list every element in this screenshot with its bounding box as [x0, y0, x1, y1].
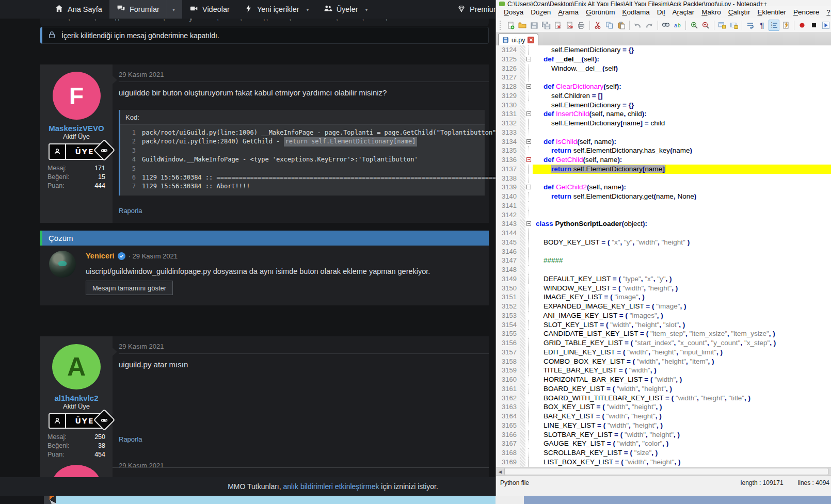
- username-link[interactable]: Yeniceri: [86, 252, 115, 260]
- editor-line[interactable]: 3128 def ClearDictionary(self):: [496, 82, 831, 91]
- bookmark-margin[interactable]: [520, 284, 525, 293]
- scrollbar-thumb[interactable]: [504, 468, 828, 475]
- print-icon[interactable]: [576, 20, 587, 31]
- bookmark-margin[interactable]: [520, 91, 525, 101]
- editor-line[interactable]: 3161 BOARD_KEY_LIST = ( "width", "height…: [496, 384, 831, 394]
- bookmark-margin[interactable]: [520, 394, 525, 403]
- bookmark-margin[interactable]: [520, 430, 525, 440]
- bookmark-margin[interactable]: [520, 292, 525, 302]
- editor-line[interactable]: 3156 GRID_TABLE_KEY_LIST = ( "start_inde…: [496, 338, 831, 348]
- chevron-down-icon[interactable]: ▾: [307, 0, 309, 19]
- bookmark-margin[interactable]: [520, 45, 525, 55]
- menu-aralar[interactable]: Araçlar: [668, 7, 698, 17]
- bookmark-margin[interactable]: [520, 146, 525, 155]
- avatar[interactable]: A: [52, 344, 101, 389]
- avatar[interactable]: [49, 251, 76, 278]
- find-icon[interactable]: [661, 20, 672, 31]
- bookmark-margin[interactable]: [520, 247, 525, 256]
- bookmark-margin[interactable]: [520, 82, 525, 91]
- bookmark-margin[interactable]: [520, 201, 525, 210]
- replace-icon[interactable]: ab: [672, 20, 683, 31]
- editor-line[interactable]: 3146: [496, 247, 831, 256]
- editor-line[interactable]: 3153 ANI_IMAGE_KEY_LIST = ( "images", ): [496, 311, 831, 320]
- avatar[interactable]: F: [53, 72, 101, 120]
- editor-line[interactable]: 3166 SLOTBAR_KEY_LIST = ( "width", "heig…: [496, 430, 831, 440]
- bookmark-margin[interactable]: [520, 366, 525, 375]
- chevron-down-icon[interactable]: ▾: [167, 0, 175, 19]
- fold-marker-icon[interactable]: [525, 109, 533, 119]
- bookmark-margin[interactable]: [520, 119, 525, 128]
- editor-line[interactable]: 3160 HORIZONTAL_BAR_KEY_LIST = ( "width"…: [496, 375, 831, 384]
- menu-dil[interactable]: Dil: [653, 7, 669, 17]
- bookmark-margin[interactable]: [520, 338, 525, 348]
- bookmark-margin[interactable]: [520, 421, 525, 430]
- editor-line[interactable]: 3159 TITLE_BAR_KEY_LIST = ( "width", ): [496, 366, 831, 375]
- save-all-icon[interactable]: [540, 20, 551, 31]
- new-file-icon[interactable]: [505, 20, 516, 31]
- nav-item-forums[interactable]: Forumlar▾: [109, 0, 182, 19]
- editor-line[interactable]: 3165 LINE_KEY_LIST = ( "width", "height"…: [496, 421, 831, 430]
- editor-line[interactable]: 3140 return self.ElementDictionary.get(n…: [496, 192, 831, 201]
- zoom-in-icon[interactable]: [689, 20, 699, 31]
- bookmark-margin[interactable]: [520, 64, 525, 73]
- bookmark-margin[interactable]: [520, 128, 525, 137]
- bookmark-margin[interactable]: [520, 192, 525, 201]
- editor-line[interactable]: 3148: [496, 265, 831, 274]
- copy-icon[interactable]: [604, 20, 615, 31]
- code-editor[interactable]: 3124 self.ElementDictionary = {}3125 def…: [496, 45, 831, 467]
- macro-record-icon[interactable]: [797, 20, 808, 31]
- editor-line[interactable]: 3157 EDIT_LINE_KEY_LIST = ( "width", "he…: [496, 348, 831, 357]
- bookmark-margin[interactable]: [520, 302, 525, 311]
- bookmark-margin[interactable]: [520, 155, 525, 165]
- bookmark-margin[interactable]: [520, 402, 525, 412]
- menu-dzen[interactable]: Düzen: [527, 7, 554, 17]
- editor-line[interactable]: 3150 WINDOW_KEY_LIST = ( "width", "heigh…: [496, 284, 831, 293]
- editor-line[interactable]: 3162 BOARD_WITH_TITLEBAR_KEY_LIST = ( "w…: [496, 394, 831, 403]
- report-link[interactable]: Raporla: [119, 435, 142, 443]
- open-folder-icon[interactable]: [517, 20, 528, 31]
- editor-line[interactable]: 3151 IMAGE_KEY_LIST = ( "image", ): [496, 292, 831, 302]
- editor-line[interactable]: 3134 def IsChild(self, name):: [496, 137, 831, 147]
- bookmark-margin[interactable]: [520, 375, 525, 384]
- menu-eklentiler[interactable]: Eklentiler: [754, 7, 790, 17]
- report-link[interactable]: Raporla: [119, 207, 142, 215]
- username-link[interactable]: al1h4nkvlc2: [54, 394, 98, 402]
- bookmark-margin[interactable]: [520, 210, 525, 220]
- tab-uipy[interactable]: ui.py ✕: [498, 34, 538, 46]
- editor-line[interactable]: 3163 BOX_KEY_LIST = ( "width", "height",…: [496, 402, 831, 412]
- fold-marker-icon[interactable]: [525, 219, 533, 229]
- editor-line[interactable]: 3130 self.ElementDictionary = {}: [496, 101, 831, 110]
- horizontal-scrollbar[interactable]: ◄: [496, 467, 831, 476]
- bookmark-margin[interactable]: [520, 412, 525, 421]
- menu-arama[interactable]: Arama: [554, 7, 582, 17]
- nav-item-videos[interactable]: Videolar: [182, 0, 237, 19]
- editor-line[interactable]: 3167 GAUGE_KEY_LIST = ( "width", "color"…: [496, 439, 831, 448]
- bookmark-margin[interactable]: [520, 55, 525, 64]
- sync-scroll-v-icon[interactable]: [717, 20, 728, 31]
- editor-line[interactable]: 3168 SCROLLBAR_KEY_LIST = ( "size", ): [496, 448, 831, 458]
- bookmark-margin[interactable]: [520, 174, 525, 183]
- menu-makro[interactable]: Makro: [698, 7, 725, 17]
- macro-stop-icon[interactable]: [809, 20, 820, 31]
- fold-marker-icon[interactable]: [525, 82, 533, 91]
- editor-line[interactable]: 3155 CANDIDATE_LIST_KEY_LIST = ( "item_s…: [496, 329, 831, 338]
- redo-icon[interactable]: [644, 20, 655, 31]
- editor-line[interactable]: 3142: [496, 210, 831, 220]
- bookmark-margin[interactable]: [520, 256, 525, 265]
- editor-line[interactable]: 3136 def GetChild(self, name):: [496, 155, 831, 165]
- tab-close-icon[interactable]: ✕: [528, 37, 534, 43]
- bookmark-margin[interactable]: [520, 109, 525, 119]
- bookmark-margin[interactable]: [520, 137, 525, 147]
- editor-line[interactable]: 3124 self.ElementDictionary = {}: [496, 45, 831, 55]
- nav-item-home[interactable]: Ana Sayfa: [47, 0, 109, 19]
- bookmark-margin[interactable]: [520, 439, 525, 448]
- editor-line[interactable]: 3127: [496, 73, 831, 82]
- paste-icon[interactable]: [616, 20, 627, 31]
- bookmark-margin[interactable]: [520, 238, 525, 247]
- bookmark-margin[interactable]: [520, 384, 525, 394]
- bookmark-margin[interactable]: [520, 229, 525, 238]
- editor-line[interactable]: 3131 def InsertChild(self, name, child):: [496, 109, 831, 119]
- bookmark-margin[interactable]: [520, 357, 525, 366]
- close-all-icon[interactable]: [564, 20, 575, 31]
- editor-line[interactable]: 3169 LIST_BOX_KEY_LIST = ( "width", "hei…: [496, 458, 831, 467]
